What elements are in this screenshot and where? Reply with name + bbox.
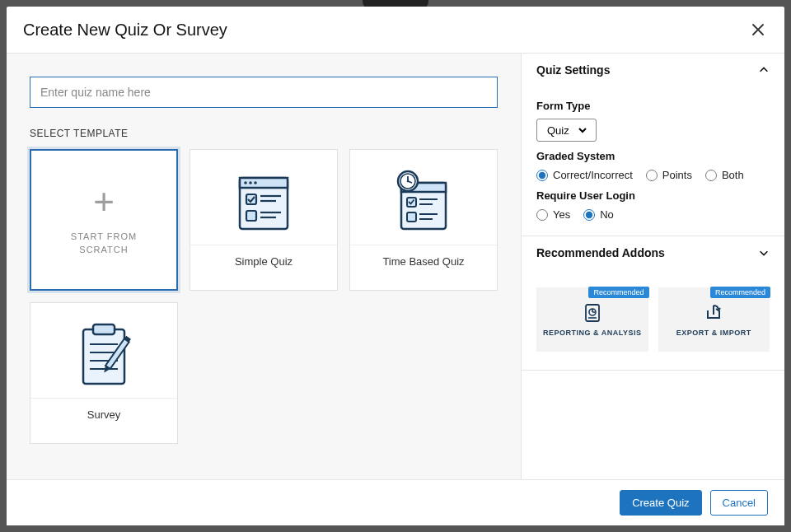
addons-row: Recommended REPORTING & ANALYSIS Recomme… bbox=[522, 269, 784, 370]
modal-body: SELECT TEMPLATE + START FROM SCRATCH bbox=[7, 53, 784, 479]
addon-export-import[interactable]: Recommended EXPORT & IMPORT bbox=[658, 287, 770, 352]
radio-label: Correct/Incorrect bbox=[553, 169, 633, 181]
quiz-settings-section: Quiz Settings Form Type Quiz Graded Syst… bbox=[522, 54, 784, 236]
template-grid: + START FROM SCRATCH bbox=[30, 149, 498, 444]
graded-correct-incorrect-radio[interactable] bbox=[536, 170, 548, 181]
template-label: Time Based Quiz bbox=[350, 245, 497, 278]
export-import-icon bbox=[703, 302, 724, 324]
template-label: Survey bbox=[30, 398, 177, 431]
addon-label: EXPORT & IMPORT bbox=[676, 329, 751, 337]
chevron-up-icon bbox=[758, 64, 770, 76]
addons-header[interactable]: Recommended Addons bbox=[522, 236, 784, 269]
svg-point-26 bbox=[407, 180, 410, 183]
svg-point-4 bbox=[254, 181, 257, 184]
plus-icon: + bbox=[93, 184, 115, 220]
addon-reporting-analysis[interactable]: Recommended REPORTING & ANALYSIS bbox=[536, 287, 648, 352]
addons-section: Recommended Addons Recommended REPORTING… bbox=[522, 236, 784, 371]
form-type-label: Form Type bbox=[536, 100, 770, 112]
radio-label: No bbox=[600, 208, 614, 221]
require-login-yes-option[interactable]: Yes bbox=[536, 208, 570, 221]
graded-points-radio[interactable] bbox=[646, 170, 658, 181]
graded-points-option[interactable]: Points bbox=[646, 169, 692, 181]
template-pane: SELECT TEMPLATE + START FROM SCRATCH bbox=[7, 54, 522, 479]
template-label: START FROM SCRATCH bbox=[71, 230, 137, 257]
graded-correct-incorrect-option[interactable]: Correct/Incorrect bbox=[536, 169, 633, 181]
modal-footer: Create Quiz Cancel bbox=[7, 479, 784, 525]
radio-label: Points bbox=[662, 169, 692, 181]
require-login-no-option[interactable]: No bbox=[583, 208, 614, 221]
quiz-settings-body: Form Type Quiz Graded System Correct/Inc… bbox=[522, 86, 784, 236]
modal-header: Create New Quiz Or Survey bbox=[7, 7, 784, 53]
modal-title: Create New Quiz Or Survey bbox=[23, 21, 227, 40]
quiz-settings-header[interactable]: Quiz Settings bbox=[522, 54, 784, 86]
svg-rect-8 bbox=[246, 211, 256, 221]
form-type-select[interactable]: Quiz bbox=[544, 124, 589, 138]
survey-icon bbox=[67, 315, 141, 398]
require-login-no-radio[interactable] bbox=[583, 209, 595, 221]
create-quiz-modal: Create New Quiz Or Survey SELECT TEMPLAT… bbox=[7, 7, 784, 525]
graded-both-radio[interactable] bbox=[705, 170, 717, 181]
chevron-down-icon bbox=[758, 247, 770, 259]
addons-title: Recommended Addons bbox=[536, 246, 665, 259]
graded-system-label: Graded System bbox=[536, 150, 770, 162]
close-icon bbox=[751, 23, 765, 36]
template-label: Simple Quiz bbox=[190, 245, 337, 278]
template-survey[interactable]: Survey bbox=[30, 302, 178, 444]
template-start-from-scratch[interactable]: + START FROM SCRATCH bbox=[30, 149, 178, 291]
radio-label: Yes bbox=[553, 208, 570, 221]
cancel-button[interactable]: Cancel bbox=[710, 490, 768, 516]
graded-system-options: Correct/Incorrect Points Both bbox=[536, 169, 770, 181]
svg-point-2 bbox=[244, 181, 247, 184]
template-simple-quiz[interactable]: Simple Quiz bbox=[190, 149, 338, 291]
quiz-name-input[interactable] bbox=[30, 77, 498, 108]
radio-label: Both bbox=[722, 169, 744, 181]
create-quiz-button[interactable]: Create Quiz bbox=[620, 490, 701, 516]
form-type-select-wrap[interactable]: Quiz bbox=[536, 119, 597, 142]
reporting-icon bbox=[582, 302, 603, 324]
require-login-options: Yes No bbox=[536, 208, 770, 221]
time-quiz-icon bbox=[386, 162, 461, 245]
svg-rect-19 bbox=[407, 212, 416, 222]
svg-rect-28 bbox=[93, 324, 115, 334]
template-time-based-quiz[interactable]: Time Based Quiz bbox=[349, 149, 498, 291]
recommended-badge: Recommended bbox=[588, 287, 648, 298]
addon-label: REPORTING & ANALYSIS bbox=[543, 329, 641, 337]
simple-quiz-icon bbox=[227, 162, 301, 245]
settings-pane: Quiz Settings Form Type Quiz Graded Syst… bbox=[522, 54, 784, 479]
svg-rect-36 bbox=[586, 305, 599, 321]
close-button[interactable] bbox=[748, 20, 768, 40]
graded-both-option[interactable]: Both bbox=[705, 169, 744, 181]
svg-rect-5 bbox=[246, 194, 256, 204]
quiz-settings-title: Quiz Settings bbox=[536, 63, 610, 77]
select-template-label: SELECT TEMPLATE bbox=[30, 128, 498, 139]
require-login-yes-radio[interactable] bbox=[536, 209, 548, 221]
require-login-label: Require User Login bbox=[536, 189, 770, 202]
svg-point-3 bbox=[249, 181, 252, 184]
recommended-badge: Recommended bbox=[710, 287, 770, 298]
